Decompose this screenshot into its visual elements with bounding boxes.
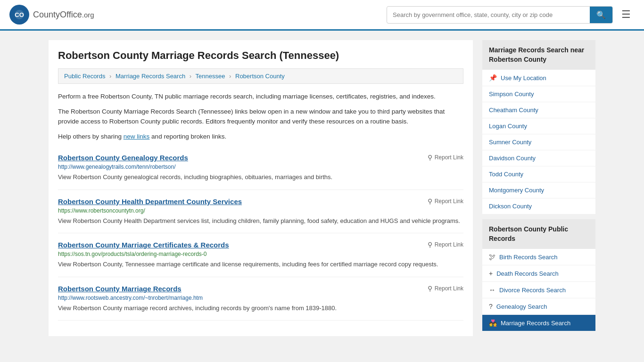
sidebar-county-item[interactable]: Dickson County (482, 198, 595, 214)
sidebar-pr-item[interactable]: 💑 Marriage Records Search (482, 315, 595, 331)
result-title-2: Robertson County Marriage Certificates &… (58, 241, 229, 249)
result-header: Robertson County Marriage Certificates &… (58, 241, 463, 249)
breadcrumb-sep-3: › (229, 73, 231, 80)
pr-icon-3: ? (489, 303, 493, 310)
county-link-0[interactable]: Simpson County (489, 90, 534, 98)
pr-link-4[interactable]: Marriage Records Search (501, 320, 570, 327)
report-link-2[interactable]: ⚲ Report Link (428, 241, 463, 248)
search-button[interactable]: 🔍 (590, 7, 612, 23)
result-url-3[interactable]: http://www.rootsweb.ancestry.com/~tnrobe… (58, 295, 463, 301)
intro-text-3: Help others by sharing new links and rep… (58, 132, 463, 142)
sidebar: Marriage Records Search near Robertson C… (482, 40, 595, 336)
county-link-4[interactable]: Davidson County (489, 155, 536, 162)
result-link-2[interactable]: Robertson County Marriage Certificates &… (58, 241, 229, 249)
svg-text:CO: CO (15, 11, 24, 18)
pr-icon-1: + (489, 270, 493, 277)
breadcrumb: Public Records › Marriage Records Search… (58, 68, 463, 84)
report-label-2: Report Link (435, 241, 463, 248)
result-item: Robertson County Marriage Records ⚲ Repo… (58, 277, 463, 321)
sidebar-pr-item[interactable]: + Death Records Search (482, 265, 595, 282)
new-links[interactable]: new links (124, 133, 150, 140)
search-input[interactable] (387, 8, 590, 22)
county-link-7[interactable]: Dickson County (489, 203, 532, 210)
result-header: Robertson County Health Department Count… (58, 197, 463, 206)
intro-text-1: Perform a free Robertson County, TN publ… (58, 91, 463, 102)
sidebar-county-item[interactable]: Montgomery County (482, 182, 595, 198)
sidebar-county-item[interactable]: Logan County (482, 118, 595, 134)
result-link-0[interactable]: Robertson County Genealogy Records (58, 154, 188, 162)
public-records-links: 🕊 Birth Records Search + Death Records S… (482, 249, 595, 331)
result-url-0[interactable]: http://www.genealogytrails.com/tenn/robe… (58, 164, 463, 170)
report-label-3: Report Link (435, 285, 463, 292)
nearby-counties: Simpson CountyCheatham CountyLogan Count… (482, 86, 595, 214)
pr-link-0[interactable]: Birth Records Search (499, 254, 558, 261)
sidebar-county-item[interactable]: Sumner County (482, 134, 595, 150)
result-title-1: Robertson County Health Department Count… (58, 197, 242, 206)
result-header: Robertson County Marriage Records ⚲ Repo… (58, 285, 463, 293)
sidebar-pr-item[interactable]: 🕊 Birth Records Search (482, 249, 595, 265)
pr-link-1[interactable]: Death Records Search (496, 270, 559, 277)
report-label-1: Report Link (435, 198, 463, 205)
logo-icon: CO (9, 5, 29, 25)
county-link-2[interactable]: Logan County (489, 123, 527, 130)
result-desc-0: View Robertson County genealogical recor… (58, 173, 463, 182)
sidebar-pr-item[interactable]: ? Genealogy Search (482, 298, 595, 315)
result-item: Robertson County Health Department Count… (58, 190, 463, 234)
breadcrumb-sep-1: › (109, 73, 111, 80)
report-icon-2: ⚲ (428, 241, 432, 248)
pr-link-2[interactable]: Divorce Records Search (499, 287, 566, 294)
logo-text: CountyOffice.org (33, 10, 94, 20)
search-bar: 🔍 (387, 6, 613, 24)
result-url-2[interactable]: https://sos.tn.gov/products/tsla/orderin… (58, 251, 463, 257)
county-link-5[interactable]: Todd County (489, 171, 523, 178)
result-desc-3: View Robertson County marriage record ar… (58, 304, 463, 313)
sidebar-county-item[interactable]: Cheatham County (482, 102, 595, 118)
pr-icon-4: 💑 (489, 319, 497, 327)
breadcrumb-sep-2: › (190, 73, 191, 80)
main-content: Robertson County Marriage Records Search… (49, 40, 473, 336)
sidebar-public-records-header: Robertson County Public Records (482, 219, 595, 249)
result-link-1[interactable]: Robertson County Health Department Count… (58, 197, 242, 206)
report-link-3[interactable]: ⚲ Report Link (428, 285, 463, 292)
breadcrumb-tennessee[interactable]: Tennessee (196, 73, 225, 80)
report-link-0[interactable]: ⚲ Report Link (428, 154, 463, 161)
logo-area: CO CountyOffice.org (9, 5, 94, 25)
sidebar-nearby: Marriage Records Search near Robertson C… (482, 40, 595, 214)
result-desc-1: View Robertson County Health Department … (58, 216, 463, 226)
intro-text-2: The Robertson County Marriage Records Se… (58, 107, 463, 127)
report-label-0: Report Link (435, 154, 463, 161)
pr-icon-0: 🕊 (489, 253, 495, 261)
report-icon-1: ⚲ (428, 197, 432, 205)
result-url-1[interactable]: https://www.robertsoncountytn.org/ (58, 207, 463, 214)
sidebar-pr-item[interactable]: ↔ Divorce Records Search (482, 282, 595, 298)
sidebar-county-item[interactable]: Simpson County (482, 86, 595, 102)
county-link-1[interactable]: Cheatham County (489, 107, 538, 114)
page-title: Robertson County Marriage Records Search… (58, 49, 463, 62)
report-link-1[interactable]: ⚲ Report Link (428, 197, 463, 205)
menu-icon[interactable]: ☰ (618, 7, 635, 23)
sidebar-public-records: Robertson County Public Records 🕊 Birth … (482, 219, 595, 331)
header-right: 🔍 ☰ (387, 6, 635, 24)
pr-link-3[interactable]: Genealogy Search (496, 303, 547, 310)
report-icon-0: ⚲ (428, 154, 432, 161)
report-icon-3: ⚲ (428, 285, 432, 292)
sidebar-county-item[interactable]: Todd County (482, 166, 595, 182)
main-container: Robertson County Marriage Records Search… (39, 31, 605, 346)
sidebar-county-item[interactable]: Davidson County (482, 150, 595, 166)
header: CO CountyOffice.org 🔍 ☰ (0, 0, 644, 31)
pr-icon-2: ↔ (489, 286, 495, 294)
breadcrumb-public-records[interactable]: Public Records (64, 73, 105, 80)
results-container: Robertson County Genealogy Records ⚲ Rep… (58, 146, 463, 321)
result-link-3[interactable]: Robertson County Marriage Records (58, 285, 182, 293)
county-link-3[interactable]: Sumner County (489, 139, 531, 146)
result-item: Robertson County Marriage Certificates &… (58, 233, 463, 277)
use-my-location[interactable]: 📌 Use My Location (482, 70, 595, 86)
breadcrumb-robertson-county[interactable]: Robertson County (235, 73, 285, 80)
result-title-3: Robertson County Marriage Records (58, 285, 182, 293)
use-location-link[interactable]: Use My Location (501, 74, 546, 82)
county-link-6[interactable]: Montgomery County (489, 187, 544, 194)
breadcrumb-marriage-records[interactable]: Marriage Records Search (116, 73, 185, 80)
result-header: Robertson County Genealogy Records ⚲ Rep… (58, 154, 463, 162)
result-item: Robertson County Genealogy Records ⚲ Rep… (58, 146, 463, 190)
result-desc-2: View Robertson County, Tennessee marriag… (58, 260, 463, 269)
